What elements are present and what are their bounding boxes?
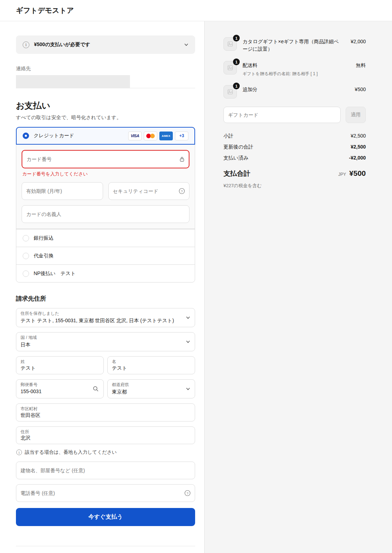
- chevron-down-icon: [186, 315, 190, 320]
- store-header: ギフトデモストア: [0, 0, 392, 21]
- info-icon: i: [16, 449, 22, 455]
- more-cards-badge: +3: [175, 132, 188, 140]
- contact-section: 連絡先: [16, 66, 195, 88]
- bank-transfer-radio[interactable]: [23, 235, 29, 241]
- billing-section-title: 請求先住所: [16, 295, 195, 303]
- payment-method-np-deferred[interactable]: NP後払い テスト: [16, 264, 195, 282]
- first-name-field[interactable]: 名: [107, 356, 195, 374]
- first-name-label: 名: [112, 359, 181, 365]
- item-title: 配送料: [243, 62, 346, 69]
- phone-input[interactable]: [16, 484, 195, 502]
- subtotal-value: ¥2,500: [351, 133, 366, 139]
- svg-text:?: ?: [187, 491, 188, 495]
- postal-code-input[interactable]: [21, 389, 89, 394]
- card-expiry-input[interactable]: [22, 182, 103, 200]
- checkout-form-column: i ¥500の支払いが必要です 連絡先 お支払い すべての取引は安全で、暗号化さ…: [0, 21, 204, 553]
- country-select[interactable]: 国 / 地域 日本: [16, 332, 195, 351]
- last-name-label: 姓: [21, 359, 89, 365]
- last-name-field[interactable]: 姓: [16, 356, 104, 374]
- payment-methods-box: クレジットカード VISA AMEX +3 カード番: [16, 127, 195, 283]
- payment-security-note: すべての取引は安全で、暗号化されています。: [16, 114, 195, 121]
- quantity-badge: 1: [233, 35, 240, 41]
- order-item: 1 カタログギフト×eギフト専用（商品詳細ページに設置） ¥2,000: [223, 37, 366, 53]
- footer-links: プライバシーポリシー 利用規約 キャンセルについて: [16, 546, 195, 553]
- cod-radio[interactable]: [23, 253, 29, 259]
- payment-required-banner[interactable]: i ¥500の支払いが必要です: [16, 35, 195, 54]
- amex-icon: AMEX: [159, 132, 173, 140]
- last-name-input[interactable]: [21, 365, 89, 371]
- credit-card-radio[interactable]: [23, 133, 29, 139]
- saved-address-label: 住所を保存しました: [21, 311, 181, 317]
- payment-method-credit-card[interactable]: クレジットカード VISA AMEX +3: [16, 127, 195, 145]
- currency-code: JPY: [338, 172, 346, 177]
- svg-text:?: ?: [181, 189, 183, 193]
- order-summary: 1 カタログギフト×eギフト専用（商品詳細ページに設置） ¥2,000 1 配送…: [204, 21, 392, 553]
- np-deferred-label: NP後払い テスト: [34, 270, 76, 277]
- quantity-badge: 1: [233, 83, 240, 89]
- card-brand-icons: VISA AMEX +3: [128, 132, 188, 140]
- order-item: 1 追加分 ¥500: [223, 85, 366, 99]
- credit-card-label: クレジットカード: [34, 133, 124, 139]
- first-name-input[interactable]: [112, 365, 181, 371]
- address-hint: i 該当する場合は、番地も入力してください: [16, 449, 195, 456]
- pay-now-button[interactable]: 今すぐ支払う: [16, 508, 195, 526]
- card-number-error: カード番号を入力してください: [22, 171, 189, 177]
- address-field[interactable]: 住所: [16, 426, 195, 445]
- cod-label: 代金引換: [34, 253, 53, 259]
- product-thumbnail: 1: [223, 85, 237, 99]
- saved-address-select[interactable]: 住所を保存しました テスト テスト, 155-0031, 東京都 世田谷区 北沢…: [16, 308, 195, 327]
- credit-card-form: カード番号を入力してください ?: [16, 145, 195, 229]
- chevron-down-icon[interactable]: [184, 43, 188, 47]
- card-number-input[interactable]: [22, 150, 189, 168]
- item-title: 追加分: [243, 86, 345, 93]
- updated-total-value: ¥2,500: [351, 144, 366, 150]
- postal-code-label: 郵便番号: [21, 382, 89, 388]
- card-name-input[interactable]: [22, 205, 189, 223]
- card-cvv-input[interactable]: [108, 182, 190, 200]
- item-price: ¥500: [355, 85, 366, 92]
- address-label: 住所: [21, 429, 181, 435]
- prefecture-select[interactable]: 都道府県 東京都: [107, 379, 195, 398]
- updated-total-label: 更新後の合計: [223, 144, 253, 150]
- address-input[interactable]: [21, 435, 181, 441]
- city-field[interactable]: 市区町村: [16, 403, 195, 421]
- item-title: カタログギフト×eギフト専用（商品詳細ページに設置）: [243, 38, 341, 53]
- payment-method-bank-transfer[interactable]: 銀行振込: [16, 229, 195, 247]
- item-subtitle: ギフトを贈る相手の名前: 贈る相手 [ 1 ]: [243, 71, 346, 77]
- address-hint-text: 該当する場合は、番地も入力してください: [25, 449, 117, 456]
- search-icon[interactable]: [93, 386, 99, 392]
- payment-method-cod[interactable]: 代金引換: [16, 247, 195, 264]
- subtotal-label: 小計: [223, 133, 233, 139]
- quantity-badge: 1: [233, 58, 240, 65]
- paid-value: -¥2,000: [349, 155, 366, 161]
- np-deferred-radio[interactable]: [23, 270, 29, 277]
- help-icon[interactable]: ?: [184, 490, 191, 496]
- order-item: 1 配送料 ギフトを贈る相手の名前: 贈る相手 [ 1 ] 無料: [223, 61, 366, 77]
- city-input[interactable]: [21, 413, 181, 418]
- store-name[interactable]: ギフトデモストア: [16, 6, 74, 15]
- city-label: 市区町村: [21, 406, 181, 412]
- postal-code-field[interactable]: 郵便番号: [16, 379, 104, 398]
- lock-icon: [179, 156, 185, 162]
- contact-label: 連絡先: [16, 66, 195, 72]
- help-icon[interactable]: ?: [179, 188, 185, 194]
- mastercard-icon: [144, 132, 157, 140]
- item-price: 無料: [356, 61, 366, 69]
- country-value: 日本: [21, 341, 181, 348]
- apply-gift-card-button[interactable]: 適用: [346, 107, 366, 123]
- product-thumbnail: 1: [223, 37, 237, 51]
- banner-text: ¥500の支払いが必要です: [34, 41, 180, 48]
- item-price: ¥2,000: [351, 37, 366, 44]
- grand-total-value: ¥500: [349, 169, 366, 178]
- bank-transfer-label: 銀行振込: [34, 235, 53, 241]
- info-icon: i: [23, 41, 29, 48]
- visa-icon: VISA: [128, 132, 142, 140]
- prefecture-label: 都道府県: [112, 382, 181, 388]
- chevron-down-icon: [186, 387, 190, 391]
- building-input[interactable]: [16, 462, 195, 479]
- gift-card-input[interactable]: [223, 107, 341, 123]
- saved-address-value: テスト テスト, 155-0031, 東京都 世田谷区 北沢, 日本 (テストテ…: [21, 317, 181, 324]
- product-thumbnail: 1: [223, 61, 237, 74]
- prefecture-value: 東京都: [112, 389, 181, 396]
- payment-section-title: お支払い: [16, 100, 195, 111]
